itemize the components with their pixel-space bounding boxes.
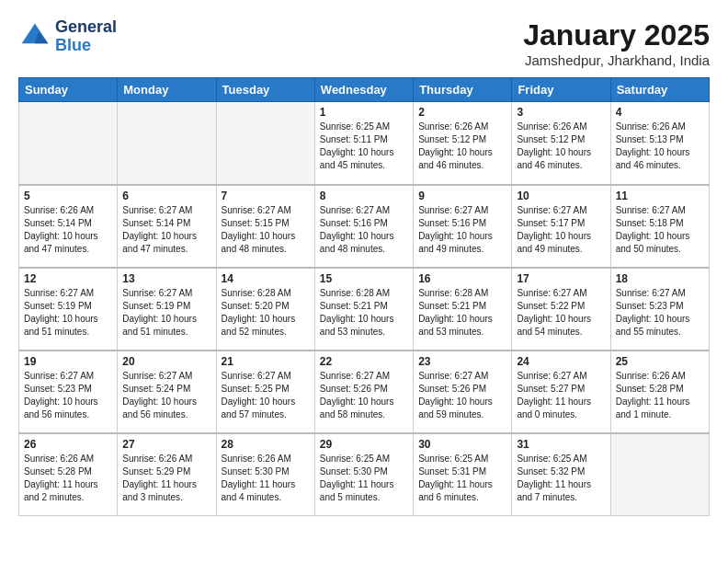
cell-info: Sunrise: 6:25 AM Sunset: 5:31 PM Dayligh… xyxy=(418,453,506,504)
cell-info: Sunrise: 6:27 AM Sunset: 5:15 PM Dayligh… xyxy=(222,204,310,256)
cell-info: Sunrise: 6:26 AM Sunset: 5:30 PM Dayligh… xyxy=(222,453,310,504)
calendar-cell: 18Sunrise: 6:27 AM Sunset: 5:23 PM Dayli… xyxy=(610,268,709,350)
day-number: 10 xyxy=(517,190,605,202)
calendar-cell: 30Sunrise: 6:25 AM Sunset: 5:31 PM Dayli… xyxy=(414,433,512,516)
weekday-header: Sunday xyxy=(19,78,118,102)
month-year: January 2025 xyxy=(523,18,710,52)
day-number: 19 xyxy=(24,355,112,368)
cell-info: Sunrise: 6:27 AM Sunset: 5:26 PM Dayligh… xyxy=(320,370,408,421)
weekday-header-row: SundayMondayTuesdayWednesdayThursdayFrid… xyxy=(19,78,710,102)
day-number: 7 xyxy=(222,190,310,202)
calendar-cell: 19Sunrise: 6:27 AM Sunset: 5:23 PM Dayli… xyxy=(19,350,118,433)
calendar-cell: 20Sunrise: 6:27 AM Sunset: 5:24 PM Dayli… xyxy=(118,350,216,433)
day-number: 1 xyxy=(320,106,408,119)
calendar-cell xyxy=(216,102,314,185)
calendar-cell: 6Sunrise: 6:27 AM Sunset: 5:14 PM Daylig… xyxy=(118,185,216,268)
day-number: 16 xyxy=(418,272,506,285)
location: Jamshedpur, Jharkhand, India xyxy=(523,52,710,68)
cell-info: Sunrise: 6:26 AM Sunset: 5:13 PM Dayligh… xyxy=(616,121,704,172)
day-number: 27 xyxy=(122,438,210,451)
calendar-cell: 31Sunrise: 6:25 AM Sunset: 5:32 PM Dayli… xyxy=(512,433,610,516)
cell-info: Sunrise: 6:27 AM Sunset: 5:14 PM Dayligh… xyxy=(122,204,210,256)
cell-info: Sunrise: 6:26 AM Sunset: 5:14 PM Dayligh… xyxy=(24,204,112,256)
weekday-header: Wednesday xyxy=(314,78,413,102)
cell-info: Sunrise: 6:25 AM Sunset: 5:32 PM Dayligh… xyxy=(517,453,605,504)
weekday-header: Monday xyxy=(118,78,216,102)
calendar-table: SundayMondayTuesdayWednesdayThursdayFrid… xyxy=(18,77,710,516)
calendar-cell: 13Sunrise: 6:27 AM Sunset: 5:19 PM Dayli… xyxy=(118,268,216,350)
calendar-cell: 5Sunrise: 6:26 AM Sunset: 5:14 PM Daylig… xyxy=(19,185,118,268)
calendar-cell: 21Sunrise: 6:27 AM Sunset: 5:25 PM Dayli… xyxy=(216,350,314,433)
calendar-cell: 11Sunrise: 6:27 AM Sunset: 5:18 PM Dayli… xyxy=(610,185,709,268)
day-number: 2 xyxy=(418,106,506,119)
day-number: 13 xyxy=(122,272,210,285)
cell-info: Sunrise: 6:27 AM Sunset: 5:23 PM Dayligh… xyxy=(616,287,704,339)
calendar-week-row: 5Sunrise: 6:26 AM Sunset: 5:14 PM Daylig… xyxy=(19,185,710,268)
cell-info: Sunrise: 6:26 AM Sunset: 5:28 PM Dayligh… xyxy=(24,453,112,504)
cell-info: Sunrise: 6:27 AM Sunset: 5:19 PM Dayligh… xyxy=(122,287,210,339)
day-number: 12 xyxy=(24,272,112,285)
calendar-cell: 3Sunrise: 6:26 AM Sunset: 5:12 PM Daylig… xyxy=(512,102,610,185)
day-number: 28 xyxy=(222,438,310,451)
calendar-cell: 25Sunrise: 6:26 AM Sunset: 5:28 PM Dayli… xyxy=(610,350,709,433)
cell-info: Sunrise: 6:25 AM Sunset: 5:11 PM Dayligh… xyxy=(320,121,408,172)
cell-info: Sunrise: 6:28 AM Sunset: 5:21 PM Dayligh… xyxy=(418,287,506,339)
weekday-header: Tuesday xyxy=(216,78,314,102)
day-number: 22 xyxy=(320,355,408,368)
calendar-cell: 28Sunrise: 6:26 AM Sunset: 5:30 PM Dayli… xyxy=(216,433,314,516)
calendar-week-row: 12Sunrise: 6:27 AM Sunset: 5:19 PM Dayli… xyxy=(19,268,710,350)
calendar-cell: 8Sunrise: 6:27 AM Sunset: 5:16 PM Daylig… xyxy=(314,185,413,268)
day-number: 21 xyxy=(222,355,310,368)
calendar-cell xyxy=(19,102,118,185)
cell-info: Sunrise: 6:27 AM Sunset: 5:24 PM Dayligh… xyxy=(122,370,210,421)
calendar-cell xyxy=(118,102,216,185)
cell-info: Sunrise: 6:26 AM Sunset: 5:12 PM Dayligh… xyxy=(517,121,605,172)
day-number: 11 xyxy=(616,190,704,202)
cell-info: Sunrise: 6:26 AM Sunset: 5:12 PM Dayligh… xyxy=(418,121,506,172)
day-number: 17 xyxy=(517,272,605,285)
day-number: 18 xyxy=(616,272,704,285)
cell-info: Sunrise: 6:26 AM Sunset: 5:29 PM Dayligh… xyxy=(122,453,210,504)
day-number: 8 xyxy=(320,190,408,202)
calendar-cell: 14Sunrise: 6:28 AM Sunset: 5:20 PM Dayli… xyxy=(216,268,314,350)
calendar-cell: 24Sunrise: 6:27 AM Sunset: 5:27 PM Dayli… xyxy=(512,350,610,433)
page-header: General Blue January 2025 Jamshedpur, Jh… xyxy=(18,18,710,68)
day-number: 4 xyxy=(616,106,704,119)
day-number: 30 xyxy=(418,438,506,451)
day-number: 25 xyxy=(616,355,704,368)
calendar-cell: 4Sunrise: 6:26 AM Sunset: 5:13 PM Daylig… xyxy=(610,102,709,185)
cell-info: Sunrise: 6:27 AM Sunset: 5:18 PM Dayligh… xyxy=(616,204,704,256)
cell-info: Sunrise: 6:27 AM Sunset: 5:17 PM Dayligh… xyxy=(517,204,605,256)
calendar-cell: 15Sunrise: 6:28 AM Sunset: 5:21 PM Dayli… xyxy=(314,268,413,350)
calendar-cell: 22Sunrise: 6:27 AM Sunset: 5:26 PM Dayli… xyxy=(314,350,413,433)
day-number: 6 xyxy=(122,190,210,202)
day-number: 9 xyxy=(418,190,506,202)
cell-info: Sunrise: 6:27 AM Sunset: 5:23 PM Dayligh… xyxy=(24,370,112,421)
day-number: 26 xyxy=(24,438,112,451)
cell-info: Sunrise: 6:27 AM Sunset: 5:25 PM Dayligh… xyxy=(222,370,310,421)
weekday-header: Thursday xyxy=(414,78,512,102)
cell-info: Sunrise: 6:27 AM Sunset: 5:16 PM Dayligh… xyxy=(320,204,408,256)
day-number: 5 xyxy=(24,190,112,202)
cell-info: Sunrise: 6:28 AM Sunset: 5:21 PM Dayligh… xyxy=(320,287,408,339)
cell-info: Sunrise: 6:27 AM Sunset: 5:19 PM Dayligh… xyxy=(24,287,112,339)
calendar-cell: 23Sunrise: 6:27 AM Sunset: 5:26 PM Dayli… xyxy=(414,350,512,433)
day-number: 23 xyxy=(418,355,506,368)
logo-icon xyxy=(18,20,51,53)
day-number: 14 xyxy=(222,272,310,285)
calendar-cell: 2Sunrise: 6:26 AM Sunset: 5:12 PM Daylig… xyxy=(414,102,512,185)
cell-info: Sunrise: 6:28 AM Sunset: 5:20 PM Dayligh… xyxy=(222,287,310,339)
day-number: 20 xyxy=(122,355,210,368)
calendar-cell xyxy=(610,433,709,516)
logo: General Blue xyxy=(18,18,117,55)
calendar-cell: 16Sunrise: 6:28 AM Sunset: 5:21 PM Dayli… xyxy=(414,268,512,350)
day-number: 3 xyxy=(517,106,605,119)
logo-text: General Blue xyxy=(55,18,117,55)
cell-info: Sunrise: 6:25 AM Sunset: 5:30 PM Dayligh… xyxy=(320,453,408,504)
calendar-cell: 1Sunrise: 6:25 AM Sunset: 5:11 PM Daylig… xyxy=(314,102,413,185)
cell-info: Sunrise: 6:27 AM Sunset: 5:27 PM Dayligh… xyxy=(517,370,605,421)
weekday-header: Saturday xyxy=(610,78,709,102)
cell-info: Sunrise: 6:27 AM Sunset: 5:26 PM Dayligh… xyxy=(418,370,506,421)
day-number: 29 xyxy=(320,438,408,451)
calendar-cell: 7Sunrise: 6:27 AM Sunset: 5:15 PM Daylig… xyxy=(216,185,314,268)
